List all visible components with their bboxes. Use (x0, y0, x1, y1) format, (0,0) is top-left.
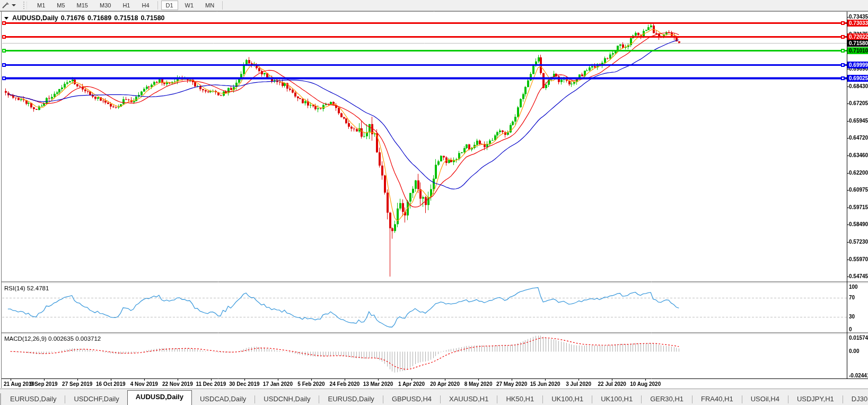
tab-separator (542, 395, 543, 403)
rsi-indicator-label: RSI(14) 52.4781 (4, 285, 49, 291)
macd-indicator-label: MACD(12,26,9) 0.002635 0.003712 (4, 335, 101, 342)
chart-menu-caret-icon[interactable] (4, 17, 8, 20)
period-button-d1[interactable]: D1 (161, 1, 178, 10)
chart-tab-usdjpy-h1[interactable]: USDJPY,H1 (789, 393, 842, 405)
chart-tab-fra40-h1[interactable]: FRA40,H1 (693, 393, 741, 405)
price-tick-label: 0.59715 (849, 204, 868, 210)
period-button-m30[interactable]: M30 (95, 1, 116, 10)
price-tick-label: 0.65945 (849, 118, 868, 124)
ohlc-close: 0.71580 (141, 14, 164, 22)
pencil-line-icon (2, 1, 10, 10)
chart-tab-usdchf-daily[interactable]: USDCHF,Daily (66, 393, 127, 405)
tab-separator (843, 395, 843, 403)
price-line-label: 0.73033 (847, 20, 868, 27)
ohlc-low: 0.71518 (114, 14, 138, 22)
chart-window: AUDUSD,Daily 0.71676 0.71689 0.71518 0.7… (0, 11, 868, 388)
chart-tab-usdcnh-daily[interactable]: USDCNH,Daily (256, 393, 318, 405)
current-price-label: 0.71580 (847, 40, 868, 47)
date-tick-label: 16 Oct 2019 (96, 381, 126, 387)
tab-separator (497, 395, 497, 403)
chart-tab-usoil-h4[interactable]: USOil,H4 (743, 393, 787, 405)
period-buttons: M1M5M15M30H1H4D1W1MN (31, 1, 225, 10)
tabs-holder: EURUSD,DailyUSDCHF,DailyAUDUSD,DailyUSDC… (2, 390, 868, 405)
period-button-h4[interactable]: H4 (137, 1, 154, 10)
price-tick-label: 0.67205 (849, 100, 868, 106)
date-tick-label: 22 Jul 2020 (598, 381, 626, 387)
price-tick-label: 0.68430 (849, 83, 868, 89)
toolbar-grip[interactable] (23, 2, 27, 9)
date-tick-label: 13 Mar 2020 (363, 381, 393, 387)
period-button-mn[interactable]: MN (200, 1, 219, 10)
macd-tick-label: 0.00 (849, 348, 859, 354)
rsi-tick-label: 30 (849, 314, 855, 320)
price-tick-label: 0.64720 (849, 135, 868, 141)
chart-tab-dj30-daily[interactable]: DJ30,Daily (844, 393, 868, 405)
date-tick-label: 3 Jul 2020 (566, 381, 591, 387)
ohlc-high: 0.71689 (87, 14, 111, 22)
clipped-tab-stub[interactable] (0, 393, 1, 405)
line-tools-icon[interactable] (1, 1, 11, 10)
period-button-m1[interactable]: M1 (32, 1, 50, 10)
period-button-m5[interactable]: M5 (52, 1, 69, 10)
macd-tick-label: 0.015741 (849, 335, 868, 341)
chart-tab-gbpusd-h4[interactable]: GBPUSD,H4 (384, 393, 440, 405)
price-chart-canvas[interactable] (0, 11, 868, 399)
date-tick-label: 27 Sep 2019 (62, 381, 92, 387)
date-tick-label: 22 Nov 2019 (162, 381, 193, 387)
tab-separator (383, 395, 383, 403)
date-tick-label: 10 Aug 2020 (630, 381, 661, 387)
date-tick-label: 17 Jan 2020 (263, 381, 293, 387)
chart-tab-audusd-daily[interactable]: AUDUSD,Daily (127, 390, 192, 405)
rsi-tick-label: 70 (849, 295, 855, 300)
rsi-tick-label: 100 (849, 284, 858, 290)
tab-separator (65, 395, 65, 403)
chart-tab-bar: EURUSD,DailyUSDCHF,DailyAUDUSD,DailyUSDC… (0, 389, 868, 405)
tab-separator (742, 395, 742, 403)
chart-tab-xauusd-h1[interactable]: XAUUSD,H1 (441, 393, 496, 405)
chart-tab-uk100-h1[interactable]: UK100,H1 (593, 393, 641, 405)
tab-separator (319, 395, 319, 403)
chart-tab-eurusd-daily[interactable]: EURUSD,Daily (2, 393, 64, 405)
date-tick-label: 4 Nov 2019 (130, 381, 158, 387)
period-button-w1[interactable]: W1 (180, 1, 199, 10)
period-button-h1[interactable]: H1 (118, 1, 135, 10)
mt4-window: M1M5M15M30H1H4D1W1MN AUDUSD,Daily 0.7167… (0, 0, 868, 405)
price-line-label: 0.69025 (847, 75, 868, 82)
date-tick-label: 5 Feb 2020 (297, 381, 325, 387)
date-tick-label: 9 Sep 2019 (30, 381, 58, 387)
price-line-label: 0.71010 (847, 47, 868, 54)
price-tick-label: 0.73435 (849, 14, 868, 20)
timeframe-toolbar: M1M5M15M30H1H4D1W1MN (0, 0, 868, 11)
toolbar-dropdown-caret-icon[interactable] (12, 4, 16, 6)
chart-tab-ger30-h1[interactable]: GER30,H1 (642, 393, 691, 405)
price-tick-label: 0.60975 (849, 187, 868, 193)
date-tick-label: 8 May 2020 (464, 381, 493, 387)
tab-separator (788, 395, 788, 403)
tab-separator (692, 395, 692, 403)
price-line-label: 0.69999 (847, 62, 868, 68)
chart-tab-eurusd-daily[interactable]: EURUSD,Daily (320, 393, 382, 405)
date-tick-label: 27 May 2020 (496, 381, 527, 387)
date-tick-label: 24 Feb 2020 (330, 381, 360, 387)
tab-separator (440, 395, 441, 403)
chart-tab-usdcad-daily[interactable]: USDCAD,Daily (192, 393, 254, 405)
tab-separator (592, 395, 592, 403)
price-tick-label: 0.58490 (849, 221, 868, 227)
chart-tab-hk50-h1[interactable]: HK50,H1 (498, 393, 542, 405)
chart-symbol-label: AUDUSD,Daily (12, 14, 58, 22)
chart-tab-uk100-h1[interactable]: UK100,H1 (543, 393, 591, 405)
toolbar-separator (157, 1, 158, 10)
ohlc-open: 0.71676 (61, 14, 85, 22)
macd-tick-label: -0.024412 (849, 373, 868, 378)
tab-separator (641, 395, 642, 403)
period-button-m15[interactable]: M15 (72, 1, 93, 10)
price-tick-label: 0.63460 (849, 152, 868, 158)
rsi-tick-label: 0 (849, 326, 852, 332)
price-tick-label: 0.54745 (849, 273, 868, 279)
price-tick-label: 0.55970 (849, 256, 868, 262)
date-tick-label: 15 Jun 2020 (530, 381, 560, 387)
date-tick-label: 11 Dec 2019 (196, 381, 226, 387)
chart-title: AUDUSD,Daily 0.71676 0.71689 0.71518 0.7… (4, 14, 165, 22)
price-tick-label: 0.62200 (849, 170, 868, 176)
tab-separator (255, 395, 255, 403)
